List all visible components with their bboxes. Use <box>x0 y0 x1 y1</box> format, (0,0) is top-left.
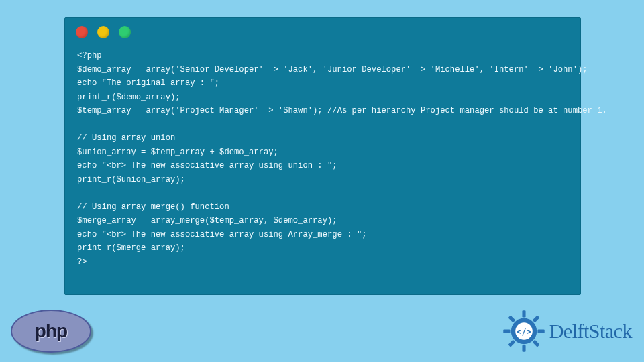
svg-rect-4 <box>537 329 544 333</box>
svg-rect-6 <box>508 340 515 347</box>
php-logo-icon: php <box>11 310 91 353</box>
window-titlebar <box>65 18 580 42</box>
traffic-light-zoom-icon <box>119 26 131 38</box>
svg-rect-2 <box>522 345 525 351</box>
delftstack-logo: </> DelftStack <box>502 310 632 353</box>
svg-rect-5 <box>532 315 539 322</box>
php-logo-label: php <box>35 320 67 342</box>
traffic-light-minimize-icon <box>97 26 109 38</box>
svg-rect-1 <box>522 310 525 317</box>
delftstack-gear-icon: </> <box>502 310 545 353</box>
code-block: <?php $demo_array = array('Senior Develo… <box>65 42 580 278</box>
svg-rect-3 <box>503 329 510 333</box>
svg-rect-7 <box>508 315 515 322</box>
svg-rect-8 <box>532 340 539 347</box>
code-window: <?php $demo_array = array('Senior Develo… <box>64 17 581 295</box>
traffic-light-close-icon <box>76 26 88 38</box>
delftstack-logo-label: DelftStack <box>549 320 632 343</box>
svg-text:</>: </> <box>517 327 531 337</box>
